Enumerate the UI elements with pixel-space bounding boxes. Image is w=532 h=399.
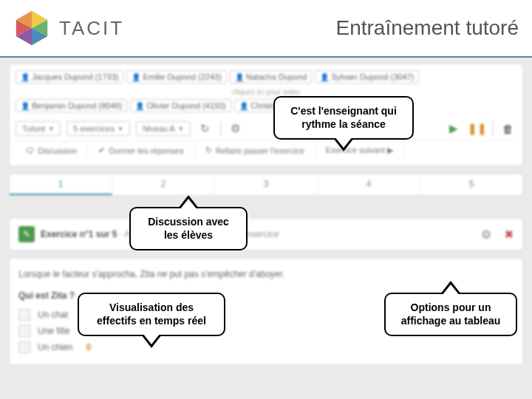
user-icon: 👤 [235, 73, 244, 81]
delete-button[interactable]: 🗑 [499, 120, 516, 137]
divider [220, 121, 221, 136]
tab-discussion[interactable]: 🗨Discussion [16, 141, 88, 160]
mode-dropdown[interactable]: Tutoré▼ [16, 121, 61, 136]
checkbox[interactable] [18, 309, 30, 321]
gear-icon: ⚙ [481, 228, 491, 241]
page-title: Entraînement tutoré [336, 16, 519, 40]
student-chip[interactable]: 👤Sylvain Dupond (3047) [315, 70, 419, 83]
close-icon: ✖ [505, 228, 514, 240]
user-icon: 👤 [132, 73, 140, 81]
checkbox[interactable] [18, 341, 30, 353]
student-chip[interactable]: 👤Jacques Dupond (1733) [16, 70, 123, 83]
hint-text: cliquez ici pour selec [16, 88, 516, 96]
logo-icon [13, 10, 50, 47]
action-tabs: 🗨Discussion ✔Donner les réponses ↻Refair… [16, 140, 516, 160]
question-context: Lorsque le facteur s'approcha, Zita ne p… [18, 267, 514, 282]
callout-realtime: Visualisation des effectifs en temps rée… [78, 293, 225, 336]
app-header: TACIT Entraînement tutoré [0, 0, 532, 58]
choice-label: Une fille [38, 326, 69, 336]
students-row-2: 👤Benjamin Dupond (8048) 👤Olivier Dupond … [16, 99, 516, 112]
play-icon: ▶ [449, 122, 458, 135]
user-icon: 👤 [21, 73, 30, 81]
divider [492, 121, 493, 136]
tab-redo[interactable]: ↻Refaire passer l'exercice [195, 141, 316, 160]
chat-icon: 🗨 [26, 146, 34, 155]
callout-discussion: Discussion avec les élèves [129, 207, 248, 250]
caret-icon: ▼ [178, 126, 184, 132]
level-dropdown[interactable]: Niveau A▼ [136, 121, 191, 136]
gear-icon: ⚙ [231, 122, 240, 135]
caret-icon: ▼ [48, 126, 54, 132]
step-3[interactable]: 3 [215, 174, 318, 195]
logo-text: TACIT [59, 17, 124, 40]
checkbox[interactable] [18, 325, 30, 337]
tab-answers[interactable]: ✔Donner les réponses [88, 141, 195, 160]
settings-button[interactable]: ⚙ [227, 120, 245, 137]
student-chip[interactable]: 👤Benjamin Dupond (8048) [16, 99, 127, 112]
pencil-icon: ✎ [18, 226, 35, 242]
step-4[interactable]: 4 [318, 174, 420, 195]
check-icon: ✔ [98, 146, 105, 155]
step-5[interactable]: 5 [420, 174, 522, 195]
user-icon: 👤 [239, 102, 248, 110]
pause-icon: ❚❚ [468, 122, 487, 135]
step-1[interactable]: 1 [10, 174, 112, 195]
play-button[interactable]: ▶ [445, 120, 463, 137]
user-icon: 👤 [135, 102, 144, 110]
session-card: 👤Jacques Dupond (1733) 👤Emilie Dupond (2… [9, 64, 523, 166]
students-row: 👤Jacques Dupond (1733) 👤Emilie Dupond (2… [16, 70, 516, 83]
controls-row: Tutoré▼ 5 exercices▼ Niveau A▼ ↻ ⚙ ▶ ❚❚ … [16, 117, 516, 140]
exercise-header: ✎ Exercice n°1 sur 5 · Aucun élève n'a r… [9, 218, 523, 250]
student-chip[interactable]: 👤Olivier Dupond (4150) [130, 99, 231, 112]
refresh-icon: ↻ [200, 122, 210, 135]
choice-count: 0 [86, 342, 91, 352]
step-2[interactable]: 2 [112, 174, 215, 195]
choice-label: Un chat [38, 310, 68, 320]
trash-icon: 🗑 [502, 123, 514, 135]
callout-display-options: Options pour un affichage au tableau [384, 293, 517, 336]
exercise-settings-button[interactable]: ⚙ [481, 228, 491, 242]
user-icon: 👤 [320, 73, 329, 81]
callout-teacher-rhythm: C'est l'enseignant qui rythme la séance [273, 96, 414, 140]
refresh-icon: ↻ [205, 146, 212, 155]
tab-next[interactable]: Exercice suivant ▶ [316, 141, 404, 160]
caret-icon: ▼ [117, 126, 123, 132]
student-chip[interactable]: 👤Emilie Dupond (2243) [126, 70, 226, 83]
count-dropdown[interactable]: 5 exercices▼ [66, 121, 130, 136]
choice-label: Un chien [38, 342, 72, 352]
user-icon: 👤 [21, 102, 30, 110]
progress-steps: 1 2 3 4 5 [9, 174, 523, 196]
student-chip[interactable]: 👤Natacha Dupond [230, 70, 313, 83]
close-button[interactable]: ✖ [505, 228, 514, 240]
refresh-button[interactable]: ↻ [197, 120, 214, 137]
pause-button[interactable]: ❚❚ [468, 120, 486, 137]
choice-row[interactable]: Un chien 0 [18, 339, 514, 355]
